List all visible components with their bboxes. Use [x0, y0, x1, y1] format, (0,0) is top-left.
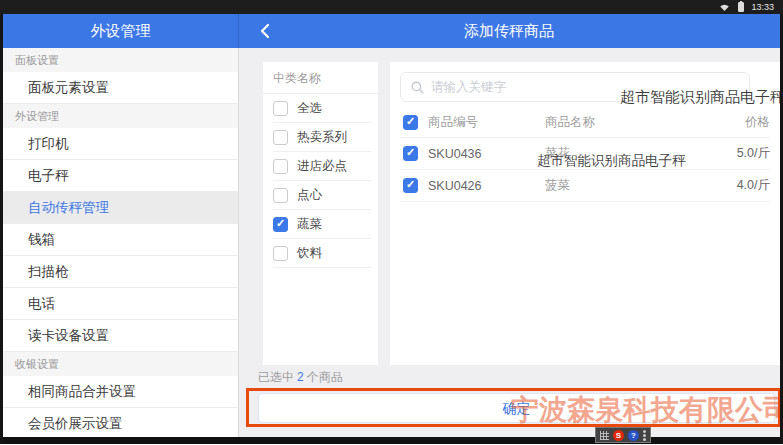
product-price: 4.0/斤	[737, 177, 770, 194]
more-icon[interactable]	[643, 434, 646, 437]
confirm-button[interactable]: 确定	[258, 393, 775, 423]
status-time: 13:33	[751, 2, 774, 12]
main-content: 中类名称 全选 热卖系列 进店必点 点心 蔬菜	[239, 48, 780, 437]
app-header: 外设管理 添加传秤商品	[3, 14, 780, 48]
checkbox-icon[interactable]	[273, 130, 288, 145]
battery-icon	[738, 2, 744, 12]
category-panel-title: 中类名称	[263, 62, 378, 94]
sidebar-item-cash-drawer[interactable]: 钱箱	[3, 224, 238, 256]
category-panel: 中类名称 全选 热卖系列 进店必点 点心 蔬菜	[263, 62, 378, 365]
selected-prefix: 已选中	[258, 370, 294, 384]
sidebar: 面板设置 面板元素设置 外设管理 打印机 电子秤 自动传秤管理 钱箱 扫描枪 电…	[3, 48, 239, 437]
checkbox-icon[interactable]	[273, 101, 288, 116]
selected-count: 2	[297, 370, 304, 384]
search-input[interactable]	[431, 80, 739, 94]
back-button[interactable]	[250, 14, 280, 48]
selected-count-text: 已选中2个商品	[258, 369, 343, 386]
product-code: SKU0436	[428, 147, 545, 161]
sidebar-item-auto-scale-management[interactable]: 自动传秤管理	[3, 192, 238, 224]
row-checkbox-checked-icon[interactable]	[403, 178, 418, 193]
product-name: 菜花	[545, 145, 737, 162]
row-checkbox-checked-icon[interactable]	[403, 146, 418, 161]
category-label: 蔬菜	[297, 216, 322, 233]
category-item-select-all[interactable]: 全选	[263, 94, 378, 123]
sidebar-item-merge-same-products[interactable]: 相同商品合并设置	[3, 376, 238, 408]
category-item-hot-series[interactable]: 热卖系列	[263, 123, 378, 152]
category-label: 点心	[297, 187, 322, 204]
checkbox-icon[interactable]	[273, 188, 288, 203]
select-all-checkbox-checked-icon[interactable]	[403, 115, 418, 130]
sidebar-section-panel-settings: 面板设置	[3, 48, 238, 72]
category-item-drinks[interactable]: 饮料	[263, 239, 378, 268]
sidebar-item-panel-elements[interactable]: 面板元素设置	[3, 72, 238, 104]
products-panel: 商品编号 商品名称 价格 SKU0436 菜花 5.0/斤 SKU0426 菠菜…	[390, 62, 780, 365]
sidebar-header-title: 外设管理	[3, 14, 238, 48]
sidebar-item-member-price-display[interactable]: 会员价展示设置	[3, 408, 238, 437]
sidebar-item-scale[interactable]: 电子秤	[3, 160, 238, 192]
column-header-name: 商品名称	[545, 114, 745, 131]
product-name: 菠菜	[545, 177, 737, 194]
category-item-vegetables[interactable]: 蔬菜	[263, 210, 378, 239]
category-label: 进店必点	[297, 158, 347, 175]
sidebar-item-printer[interactable]: 打印机	[3, 128, 238, 160]
category-item-dimsum[interactable]: 点心	[263, 181, 378, 210]
column-header-code: 商品编号	[428, 114, 545, 131]
checkbox-icon[interactable]	[273, 159, 288, 174]
product-code: SKU0426	[428, 179, 545, 193]
search-box[interactable]	[400, 72, 750, 102]
chevron-left-icon	[260, 23, 270, 39]
screenshot-app-icon[interactable]: S	[613, 430, 624, 441]
grid-icon[interactable]	[600, 431, 609, 440]
sidebar-item-card-reader[interactable]: 读卡设备设置	[3, 320, 238, 352]
category-label: 热卖系列	[297, 129, 347, 146]
tablet-screen: 13:33 外设管理 添加传秤商品 面板设置 面板元素设置 外设管理 打印机 电…	[0, 0, 783, 445]
checkbox-icon[interactable]	[273, 246, 288, 261]
category-label: 饮料	[297, 245, 322, 262]
status-bar: 13:33	[0, 0, 783, 14]
category-item-must-order[interactable]: 进店必点	[263, 152, 378, 181]
sidebar-item-barcode-scanner[interactable]: 扫描枪	[3, 256, 238, 288]
capture-toolbar[interactable]: S ?	[595, 427, 651, 443]
category-label: 全选	[297, 100, 322, 117]
wifi-icon	[718, 2, 731, 12]
bezel-bottom	[0, 437, 783, 444]
selected-suffix: 个商品	[307, 370, 343, 384]
product-rows: SKU0436 菜花 5.0/斤 SKU0426 菠菜 4.0/斤	[400, 138, 770, 202]
sidebar-item-phone[interactable]: 电话	[3, 288, 238, 320]
product-table-header: 商品编号 商品名称 价格	[400, 108, 770, 138]
column-header-price: 价格	[745, 114, 770, 131]
help-icon[interactable]: ?	[628, 430, 639, 441]
sidebar-section-peripherals: 外设管理	[3, 104, 238, 128]
page-title: 添加传秤商品	[238, 14, 780, 48]
bezel-left	[0, 0, 3, 444]
sidebar-section-cashier-settings: 收银设置	[3, 352, 238, 376]
checkbox-checked-icon[interactable]	[273, 217, 288, 232]
table-row[interactable]: SKU0426 菠菜 4.0/斤	[400, 170, 770, 202]
search-icon	[411, 81, 424, 94]
table-row[interactable]: SKU0436 菜花 5.0/斤	[400, 138, 770, 170]
product-price: 5.0/斤	[737, 145, 770, 162]
